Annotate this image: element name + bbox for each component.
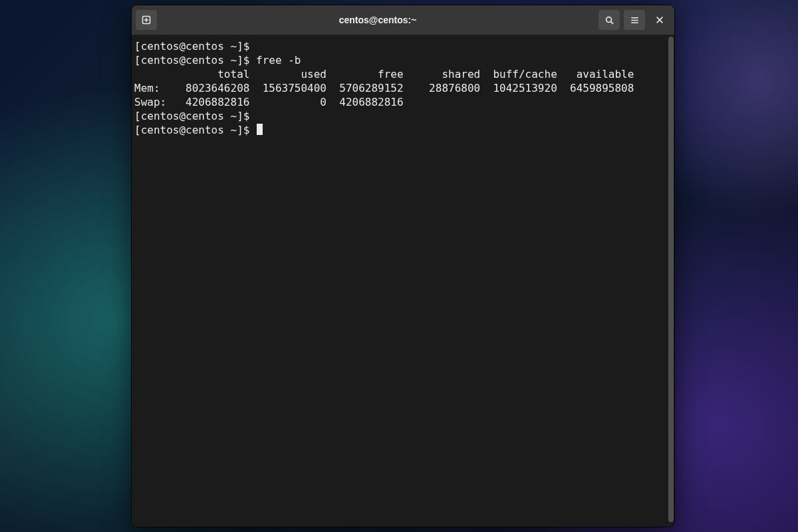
scrollbar[interactable] <box>668 35 674 527</box>
terminal-window: centos@centos:~ <box>132 5 674 527</box>
window-title: centos@centos:~ <box>161 15 595 25</box>
terminal-viewport[interactable]: [centos@centos ~]$ [centos@centos ~]$ fr… <box>132 35 668 527</box>
search-icon <box>604 15 614 25</box>
cursor <box>257 124 263 135</box>
close-button[interactable] <box>649 10 670 30</box>
search-button[interactable] <box>598 10 620 30</box>
terminal-output: [centos@centos ~]$ [centos@centos ~]$ fr… <box>134 39 665 137</box>
svg-line-4 <box>610 21 613 24</box>
scrollbar-thumb[interactable] <box>668 37 674 522</box>
desktop-background: centos@centos:~ <box>0 0 798 532</box>
svg-point-3 <box>606 17 611 22</box>
new-tab-button[interactable] <box>136 10 157 30</box>
close-icon <box>655 15 664 25</box>
hamburger-icon <box>630 15 640 25</box>
new-tab-icon <box>141 15 152 25</box>
titlebar[interactable]: centos@centos:~ <box>132 5 674 35</box>
menu-button[interactable] <box>624 10 645 30</box>
